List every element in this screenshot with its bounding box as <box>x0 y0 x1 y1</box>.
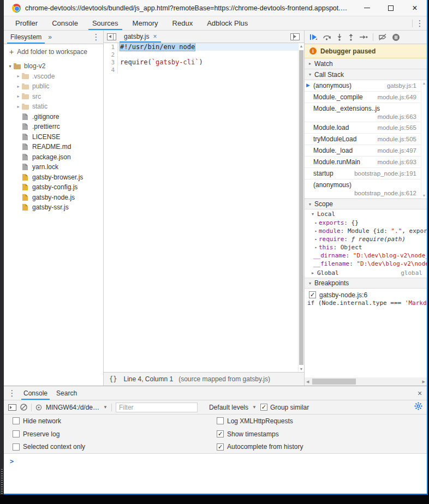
section-watch[interactable]: ▸ Watch <box>305 58 427 69</box>
setting-checkbox[interactable]: ✓ <box>217 443 224 451</box>
scope-local-row[interactable]: ▾ Local <box>305 209 427 219</box>
setting-checkbox[interactable]: ✓ <box>217 430 224 437</box>
tab-memory[interactable]: Memory <box>127 16 164 30</box>
scope-variable[interactable]: __dirname: "D:\dev\blog-v2\node_mo <box>305 251 427 260</box>
section-breakpoints[interactable]: ▾ Breakpoints <box>305 278 427 289</box>
tree-item--vscode[interactable]: ▸.vscode <box>4 71 103 82</box>
tab-gatsby-js[interactable]: gatsby.js × <box>120 31 161 43</box>
maximize-button[interactable] <box>379 0 403 16</box>
drawer-tab-console[interactable]: Console <box>19 386 52 400</box>
console-setting-show-timestamps[interactable]: ✓Show timestamps <box>217 428 427 441</box>
scope-variable[interactable]: ▸require: ƒ require(path) <box>305 235 427 243</box>
setting-checkbox[interactable] <box>217 417 224 424</box>
scroll-up-icon[interactable]: ▲ <box>421 81 427 85</box>
call-stack-frame[interactable]: Module._compilemodule.js:649 <box>305 92 421 103</box>
console-prompt-icon[interactable]: > <box>10 458 14 465</box>
tree-item--prettierrc[interactable]: .prettierrc <box>4 122 103 132</box>
group-similar-setting[interactable]: ✓ Group similar <box>260 404 309 411</box>
breakpoint-entry[interactable]: ✓gatsby-node.js:6 <box>305 290 427 299</box>
scope-variable[interactable]: ▸module: Module {id: ".", exports: <box>305 227 427 235</box>
tree-item-readme-md[interactable]: README.md <box>4 142 103 152</box>
console-setting-log-xmlhttprequests[interactable]: Log XMLHttpRequests <box>217 415 427 428</box>
tree-item-public[interactable]: ▸public <box>4 81 103 92</box>
call-stack-frame[interactable]: tryModuleLoadmodule.js:505 <box>305 134 421 145</box>
call-stack-frame[interactable]: Module._extensions..jsmodule.js:663 <box>305 103 421 122</box>
scroll-down-icon[interactable]: ▼ <box>299 367 304 371</box>
pause-on-exceptions-button[interactable] <box>392 33 400 41</box>
tree-item-gatsby-ssr-js[interactable]: gatsby-ssr.js <box>4 202 103 213</box>
tree-item-yarn-lock[interactable]: yarn.lock <box>4 162 103 172</box>
call-stack-frame[interactable]: startupbootstrap_node.js:191 <box>305 168 421 179</box>
navigator-menu-button[interactable]: ⋮ <box>89 32 103 42</box>
tab-console[interactable]: Console <box>46 16 84 30</box>
call-stack-frame[interactable]: ▶(anonymous)gatsby.js:1 <box>305 80 421 92</box>
tree-item-gatsby-browser-js[interactable]: gatsby-browser.js <box>4 172 103 183</box>
call-stack-scrollbar[interactable]: ▲ ▼ <box>421 80 427 199</box>
console-setting-autocomplete-from-history[interactable]: ✓Autocomplete from history <box>217 440 427 453</box>
setting-checkbox[interactable] <box>13 430 20 437</box>
tab-profiler[interactable]: Profiler <box>9 16 44 30</box>
step-button[interactable] <box>359 33 368 41</box>
console-setting-selected-context-only[interactable]: Selected context only <box>13 440 217 453</box>
step-into-button[interactable] <box>336 33 343 41</box>
drawer-tab-search[interactable]: Search <box>52 386 81 400</box>
tree-item-src[interactable]: ▸src <box>4 92 103 102</box>
call-stack-frame[interactable]: Module.loadmodule.js:565 <box>305 122 421 134</box>
call-stack-frame[interactable]: (anonymous)bootstrap_node.js:612 <box>305 179 421 199</box>
group-similar-checkbox[interactable]: ✓ <box>260 404 267 411</box>
editor-vertical-scrollbar[interactable]: ▲ ▼ <box>298 43 304 372</box>
code-editor[interactable]: 1#!/usr/bin/env node23require(`gatsby-cl… <box>104 43 298 372</box>
scope-variable[interactable]: ▸this: Object <box>305 243 427 251</box>
setting-checkbox[interactable] <box>13 443 20 451</box>
call-stack-frame[interactable]: Module._loadmodule.js:497 <box>305 145 421 157</box>
tab-filesystem[interactable]: Filesystem <box>7 31 45 44</box>
tree-item-blog-v2[interactable]: ▾blog-v2 <box>4 61 103 71</box>
tree-item-package-json[interactable]: package.json <box>4 152 103 163</box>
add-folder-button[interactable]: + Add folder to workspace <box>4 44 103 59</box>
step-over-button[interactable] <box>323 33 331 41</box>
section-scope[interactable]: ▾ Scope <box>305 199 427 209</box>
step-out-button[interactable] <box>348 33 354 41</box>
console-output[interactable]: > <box>4 454 427 494</box>
console-setting-preserve-log[interactable]: Preserve log <box>13 428 217 441</box>
context-selector[interactable]: MINGW64:/d/de… <box>46 404 99 411</box>
scope-variable[interactable]: ▸exports: {} <box>305 219 427 227</box>
line-number[interactable]: 3 <box>104 58 118 66</box>
drawer-menu-button[interactable]: ⋮ <box>5 388 19 398</box>
show-right-panel-icon[interactable] <box>290 33 300 40</box>
clear-console-icon[interactable] <box>20 404 27 411</box>
hide-navigator-icon[interactable] <box>107 33 116 40</box>
line-number[interactable]: 4 <box>104 66 118 74</box>
devtools-menu-button[interactable]: ⋮ <box>413 16 427 30</box>
tree-item-gatsby-config-js[interactable]: gatsby-config.js <box>4 182 103 193</box>
close-tab-icon[interactable]: × <box>153 33 157 40</box>
log-levels-selector[interactable]: Default levels <box>209 404 248 411</box>
setting-checkbox[interactable] <box>13 417 20 424</box>
tree-item-static[interactable]: ▸static <box>4 101 103 112</box>
debugger-horizontal-scrollbar[interactable]: ◀ ▶ <box>305 377 427 386</box>
more-tabs-button[interactable]: » <box>45 33 55 41</box>
console-settings-icon[interactable] <box>414 402 422 412</box>
tree-item--gitignore[interactable]: .gitignore <box>4 112 103 122</box>
scope-global-row[interactable]: ▸ Global global <box>305 268 427 278</box>
drawer-close-button[interactable]: × <box>413 389 427 398</box>
minimize-button[interactable] <box>355 0 379 16</box>
scroll-down-icon[interactable]: ▼ <box>421 194 427 197</box>
scroll-left-icon[interactable]: ◀ <box>306 377 309 386</box>
tab-sources[interactable]: Sources <box>86 16 124 30</box>
resume-button[interactable] <box>309 33 318 41</box>
show-console-sidebar-icon[interactable] <box>8 404 16 411</box>
tree-item-license[interactable]: LICENSE <box>4 132 103 142</box>
console-setting-hide-network[interactable]: Hide network <box>13 415 217 428</box>
scope-variable[interactable]: __filename: "D:\dev\blog-v2\node_r <box>305 260 427 268</box>
tree-item-gatsby-node-js[interactable]: gatsby-node.js <box>4 193 103 203</box>
line-number[interactable]: 2 <box>104 51 118 58</box>
filter-input[interactable] <box>116 403 198 412</box>
scroll-up-icon[interactable]: ▲ <box>299 44 304 48</box>
line-number[interactable]: 1 <box>104 43 118 51</box>
scroll-right-icon[interactable]: ▶ <box>422 377 425 386</box>
tab-adblock-plus[interactable]: Adblock Plus <box>201 16 254 30</box>
tab-redux[interactable]: Redux <box>166 16 199 30</box>
section-call-stack[interactable]: ▾ Call Stack <box>305 69 427 80</box>
deactivate-breakpoints-button[interactable] <box>378 33 387 41</box>
